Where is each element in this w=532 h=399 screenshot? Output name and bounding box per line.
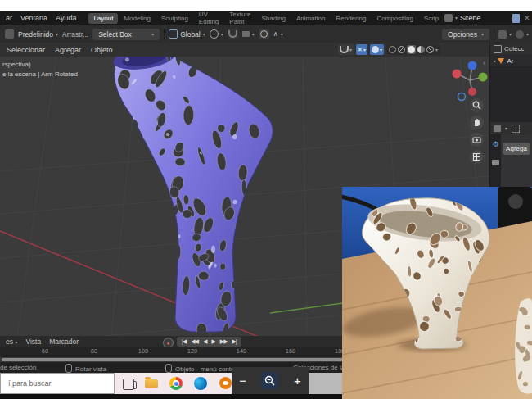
divider [494, 29, 494, 40]
object-data-icon[interactable] [492, 160, 499, 165]
snap-toggle[interactable]: ✕ ▾ [356, 44, 367, 55]
properties-display-icon[interactable] [494, 125, 501, 132]
drag-mode-label[interactable]: Arrastr... [62, 30, 88, 39]
proportional-falloff-dropdown[interactable]: ∧ ▾ [273, 30, 283, 38]
active-tool-icon[interactable] [5, 29, 14, 39]
play-reverse-button[interactable]: ◀ [201, 338, 209, 345]
blender-taskbar-icon[interactable] [219, 377, 232, 389]
gizmo-y-axis[interactable] [479, 73, 488, 82]
toggle-perspective-icon[interactable] [470, 150, 484, 164]
next-keyframe-button[interactable]: ▶▶ [218, 338, 230, 345]
orientation-icon [169, 29, 178, 39]
jump-to-start-button[interactable]: |◀ [179, 338, 188, 345]
voronoi-cast-model[interactable] [104, 57, 274, 336]
camera-view-icon[interactable] [470, 133, 484, 147]
timeline-menu-marcador[interactable]: Marcador [45, 338, 83, 346]
shading-solid-active[interactable] [407, 45, 416, 54]
menu-ventana[interactable]: Ventana [16, 14, 52, 22]
shading-material-icon[interactable] [417, 46, 425, 53]
gizmo-x-neg-axis[interactable] [468, 88, 476, 96]
disclosure-dot-icon[interactable]: • [494, 58, 495, 64]
proportional-editing-icon[interactable] [259, 29, 269, 39]
viewport-menu-agregar[interactable]: Agregar [50, 45, 86, 55]
magnet-icon [340, 46, 349, 53]
timeline-playback-menu[interactable]: es ▾ [2, 338, 21, 346]
workspace-tabs: LayoutModelingSculptingUV EditingTexture… [88, 9, 444, 27]
workspace-tab-sculpting[interactable]: Sculpting [156, 13, 193, 24]
options-label: Opciones [448, 30, 477, 39]
voronoi-hole [183, 210, 192, 219]
unlink-scene-icon[interactable]: ✕ [524, 14, 530, 22]
add-modifier-button[interactable]: Agrega [503, 143, 530, 155]
gizmo-x-axis[interactable] [453, 70, 462, 79]
voronoi-hole [220, 263, 226, 270]
transform-orientation-dropdown[interactable]: Global ▾ [169, 29, 205, 39]
options-dropdown[interactable]: Opciones ▾ [442, 29, 489, 40]
pin-id-icon[interactable] [512, 125, 520, 133]
viewport-menu-objeto[interactable]: Objeto [86, 45, 118, 55]
zoom-in-button[interactable]: + [294, 374, 301, 388]
snap-target-dropdown[interactable]: ▾ [242, 31, 255, 37]
zoom-out-button[interactable]: − [239, 374, 246, 388]
show-gizmo-icon[interactable] [389, 46, 396, 53]
new-scene-icon[interactable] [512, 14, 520, 23]
menu-ayuda[interactable]: Ayuda [52, 14, 80, 22]
shading-rendered-icon[interactable] [426, 46, 434, 53]
previous-keyframe-button[interactable]: ◀◀ [188, 338, 201, 345]
workspace-tab-compositing[interactable]: Compositing [372, 13, 417, 24]
falloff-curve-icon: ∧ [273, 30, 278, 38]
jump-to-end-button[interactable]: ▶| [230, 338, 239, 345]
workspace-tab-uv-editing[interactable]: UV Editing [194, 9, 223, 27]
file-explorer-icon[interactable] [145, 377, 158, 388]
scene-selector[interactable]: ▾ Scene [444, 14, 507, 22]
taskbar-search-input[interactable] [0, 373, 115, 394]
workspace-tab-shading[interactable]: Shading [257, 13, 291, 24]
outliner-empty-area [490, 66, 532, 122]
voronoi-hole [138, 164, 147, 173]
tool-preset-dropdown[interactable]: Predefinido ▾ [18, 30, 58, 39]
viewport-header: SeleccionarAgregarObjeto ▾ ✕ ▾ ▾ [0, 43, 489, 57]
frame-tick: 100 [119, 347, 168, 355]
chrome-icon[interactable] [169, 377, 183, 390]
workspace-tab-texture-paint[interactable]: Texture Paint [224, 9, 255, 27]
proportional-editing-toggle[interactable]: ▾ [370, 44, 384, 55]
properties-header: ▾ [490, 122, 532, 134]
chevron-down-icon: ▾ [281, 32, 283, 37]
play-button[interactable]: ▶ [209, 338, 217, 345]
x-axis-line [0, 231, 296, 336]
chevron-down-icon: ▾ [526, 32, 529, 37]
frame-tick: 140 [217, 347, 266, 355]
viewport-menu-seleccionar[interactable]: Seleccionar [2, 45, 50, 55]
voronoi-hole [243, 196, 254, 206]
workspace-tab-layout[interactable]: Layout [88, 13, 118, 24]
voronoi-hole [119, 292, 132, 304]
pivot-point-dropdown[interactable]: ▾ [210, 29, 223, 39]
edge-icon[interactable] [194, 377, 207, 390]
workspace-tab-rendering[interactable]: Rendering [331, 13, 371, 24]
snap-magnet-dropdown[interactable]: ▾ [338, 44, 354, 55]
filter-dropdown[interactable]: ▾ [516, 30, 529, 39]
shading-wireframe-icon[interactable] [398, 46, 405, 53]
mouse-icon [65, 364, 72, 373]
voronoi-hole [149, 310, 152, 315]
gizmo-z-neg-axis[interactable] [458, 93, 466, 101]
magnifier-lens-button[interactable] [261, 372, 278, 389]
voronoi-hole [165, 212, 169, 217]
menu-edit-truncated[interactable]: ar [2, 14, 16, 22]
workspace-tab-modeling[interactable]: Modeling [119, 13, 155, 24]
panel-collapse-arrow[interactable]: ‹ [483, 59, 485, 67]
timeline-menu-vista[interactable]: Vista [21, 338, 45, 346]
outliner-display-dropdown[interactable]: ▾ [498, 30, 512, 39]
select-mode-dropdown[interactable]: Select Box ▾ [92, 29, 160, 40]
move-view-hand-icon[interactable] [470, 116, 484, 129]
zoom-view-icon[interactable] [470, 98, 484, 112]
task-view-icon[interactable] [123, 379, 134, 390]
voronoi-hole [132, 135, 144, 152]
snap-magnet-icon[interactable] [228, 29, 238, 39]
workspace-tab-scripting[interactable]: Scrip [419, 13, 444, 24]
outliner-object-row[interactable]: • Ar [490, 55, 532, 66]
workspace-tab-animation[interactable]: Animation [291, 13, 331, 24]
modifier-wrench-icon[interactable]: ⚙ [492, 141, 498, 148]
gizmo-z-axis[interactable] [468, 61, 477, 70]
chevron-down-icon: ▾ [380, 48, 382, 52]
